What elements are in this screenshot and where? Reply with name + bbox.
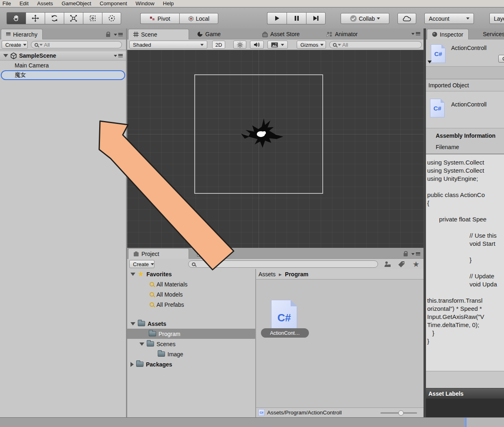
tree-item-image[interactable]: Image — [127, 349, 255, 359]
shading-mode-dropdown[interactable]: Shaded — [129, 41, 207, 49]
hierarchy-search-field[interactable] — [31, 41, 122, 48]
scene-menu-icon[interactable] — [118, 54, 123, 58]
foldout-open-icon[interactable] — [3, 54, 8, 57]
panel-menu-icon[interactable] — [416, 252, 420, 256]
tree-item-all-prefabs[interactable]: All Prefabs — [127, 299, 255, 310]
gizmos-dropdown[interactable]: Gizmos — [297, 41, 326, 49]
rect-tool-button[interactable] — [83, 12, 102, 24]
foldout-open-icon[interactable] — [428, 61, 432, 63]
asset-labels-header[interactable]: Asset Labels — [426, 388, 504, 399]
menu-file[interactable]: File — [2, 0, 15, 7]
foldout-open-icon[interactable] — [139, 342, 144, 346]
collab-button[interactable]: Collab — [341, 13, 389, 24]
menu-help[interactable]: Help — [163, 0, 178, 7]
panel-menu-arrow-icon[interactable] — [411, 33, 415, 35]
transform-tool-button[interactable] — [102, 12, 121, 24]
game-tab-label: Game — [205, 31, 221, 37]
hand-tool-button[interactable] — [7, 12, 26, 24]
audio-toggle-button[interactable] — [250, 41, 264, 49]
2d-toggle-button[interactable]: 2D — [212, 41, 225, 49]
project-icon — [133, 251, 139, 257]
step-icon — [313, 15, 319, 21]
scene-header-row[interactable]: SampleScene — [0, 51, 126, 61]
rotate-tool-button[interactable] — [45, 12, 64, 24]
effects-dropdown-button[interactable] — [267, 41, 288, 49]
lock-icon[interactable] — [404, 253, 408, 256]
tab-project[interactable]: Project — [128, 248, 189, 259]
code-line: using System.Collect — [427, 167, 503, 175]
account-button[interactable]: Account — [424, 13, 474, 24]
scene-viewport[interactable] — [127, 50, 424, 248]
code-line: void Start — [427, 240, 503, 248]
tab-scene[interactable]: Scene — [128, 29, 189, 39]
scene-menu-arrow-icon[interactable] — [114, 55, 117, 57]
play-button[interactable] — [267, 12, 287, 24]
menu-gameobject[interactable]: GameObject — [61, 0, 96, 7]
tab-inspector[interactable]: Inspector — [427, 29, 469, 39]
account-dropdown-icon — [466, 17, 469, 20]
tree-item-all-models[interactable]: All Models — [127, 289, 255, 299]
asset-labels-body — [426, 399, 504, 417]
panel-menu-arrow-icon[interactable] — [114, 34, 117, 36]
tab-console[interactable]: Console — [192, 248, 230, 259]
project-create-button[interactable]: Create — [129, 260, 154, 268]
breadcrumb-current[interactable]: Program — [285, 271, 308, 277]
panel-menu-icon[interactable] — [118, 33, 123, 37]
slider-thumb[interactable] — [398, 410, 404, 416]
cloud-button[interactable] — [398, 13, 416, 24]
layers-button[interactable]: Layers — [489, 13, 504, 24]
open-button[interactable]: Open — [498, 55, 504, 63]
tree-item-program-selected[interactable]: Program — [127, 329, 255, 339]
scene-search-field[interactable] — [329, 41, 422, 48]
scene-search-input[interactable] — [342, 42, 418, 48]
move-tool-button[interactable] — [26, 12, 45, 24]
search-by-label-icon[interactable] — [398, 261, 405, 268]
tab-animator[interactable]: Animator — [322, 29, 363, 39]
packages-foldout[interactable]: Packages — [127, 359, 255, 369]
local-toggle-button[interactable]: Local — [179, 13, 218, 24]
hierarchy-search-input[interactable] — [44, 42, 118, 48]
project-search-input[interactable] — [197, 261, 374, 267]
foldout-closed-icon[interactable] — [130, 362, 134, 367]
menu-assets[interactable]: Assets — [37, 0, 57, 7]
panel-menu-arrow-icon[interactable] — [411, 253, 415, 255]
tree-item-all-materials[interactable]: All Materials — [127, 279, 255, 289]
lock-icon[interactable] — [106, 34, 110, 37]
pivot-toggle-button[interactable]: Pivot — [140, 13, 179, 24]
menu-edit[interactable]: Edit — [20, 0, 33, 7]
animator-icon — [326, 31, 332, 37]
saved-search-star-icon[interactable]: ★ — [413, 260, 419, 268]
tab-hierarchy[interactable]: Hierarchy — [1, 29, 43, 39]
foldout-open-icon[interactable] — [130, 273, 135, 276]
assembly-info-section: Assembly Information Filename — [426, 128, 504, 154]
pause-button[interactable] — [287, 12, 306, 24]
foldout-open-icon[interactable] — [130, 322, 135, 325]
selected-file-label[interactable]: ActionCont… — [261, 328, 309, 338]
folder-icon — [136, 362, 143, 367]
hierarchy-item-main-camera[interactable]: Main Camera — [0, 61, 126, 70]
favorites-foldout[interactable]: ★ Favorites — [127, 269, 255, 279]
pause-icon — [294, 15, 300, 21]
witch-sprite[interactable] — [240, 115, 286, 152]
tab-asset-store[interactable]: Asset Store — [257, 29, 304, 39]
thumbnail-zoom-slider[interactable] — [380, 412, 417, 414]
code-line: orizontal") * Speed * — [427, 305, 503, 313]
panel-menu-icon[interactable] — [416, 32, 420, 36]
hierarchy-item-majo-selected[interactable]: 魔女 — [1, 70, 125, 80]
step-button[interactable] — [306, 12, 326, 24]
search-by-type-icon[interactable] — [383, 261, 391, 268]
breadcrumb-root[interactable]: Assets — [259, 271, 276, 277]
folder-icon — [138, 321, 145, 326]
tab-game[interactable]: Game — [192, 29, 226, 39]
menu-window[interactable]: Window — [136, 0, 159, 7]
menu-component[interactable]: Component — [100, 0, 131, 7]
tree-item-scenes[interactable]: Scenes — [127, 339, 255, 349]
lighting-toggle-button[interactable] — [233, 41, 246, 49]
assets-foldout[interactable]: Assets — [127, 319, 255, 329]
unity-scene-icon — [10, 52, 17, 59]
project-search-field[interactable] — [188, 260, 378, 268]
tab-services[interactable]: Services — [478, 29, 504, 39]
project-toolbar: Create ★ — [127, 259, 424, 269]
hierarchy-create-button[interactable]: Create — [2, 41, 28, 49]
scale-tool-button[interactable] — [64, 12, 83, 24]
